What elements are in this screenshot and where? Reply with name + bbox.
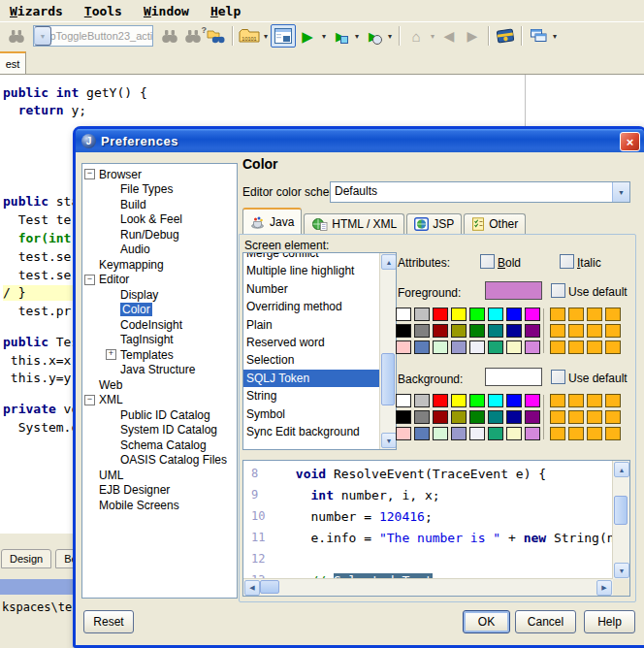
palette-swatch[interactable] <box>451 324 467 338</box>
list-scrollbar[interactable]: ▲ ▼ <box>379 253 396 449</box>
palette-swatch[interactable] <box>506 340 522 354</box>
preview-hscrollbar[interactable]: ◀ ▶ <box>243 578 613 596</box>
palette-swatch[interactable] <box>469 427 485 440</box>
custom-color-swatch[interactable] <box>568 324 584 338</box>
menu-item-wizards[interactable]: Wizards <box>10 4 63 18</box>
palette-swatch[interactable] <box>469 308 485 321</box>
debug-icon[interactable]: ▶ <box>329 25 352 47</box>
palette-swatch[interactable] <box>414 410 430 424</box>
foreground-swatch[interactable] <box>485 281 542 300</box>
home-icon[interactable]: ⌂ <box>404 25 428 47</box>
list-item-sqlj-token[interactable]: SQLJ Token <box>243 370 379 387</box>
window-list-icon[interactable] <box>527 25 550 47</box>
tree-item-color[interactable]: Color <box>82 303 237 318</box>
italic-checkbox[interactable] <box>560 254 574 269</box>
dropdown-caret-icon[interactable]: ▾ <box>385 32 395 41</box>
custom-color-swatch[interactable] <box>605 340 621 354</box>
minus-toggle-icon[interactable]: − <box>84 169 95 179</box>
custom-color-swatch[interactable] <box>587 324 602 338</box>
palette-swatch[interactable] <box>469 394 485 407</box>
tree-item-uml[interactable]: UML <box>82 468 237 483</box>
tab-java[interactable]: Java <box>242 208 302 234</box>
tree-item-browser[interactable]: −Browser <box>82 167 237 182</box>
custom-color-swatch[interactable] <box>587 340 602 354</box>
back-icon[interactable]: ◀ <box>437 25 461 47</box>
scroll-thumb[interactable] <box>614 496 628 525</box>
chevron-down-icon[interactable]: ▼ <box>34 26 51 46</box>
custom-color-swatch[interactable] <box>568 340 584 354</box>
search-again-icon[interactable] <box>158 25 181 47</box>
tree-item-oasis-catalog-files[interactable]: OASIS Catalog Files <box>82 453 237 469</box>
tree-item-build[interactable]: Build <box>82 197 237 212</box>
palette-swatch[interactable] <box>469 324 485 338</box>
palette-swatch[interactable] <box>488 394 503 407</box>
palette-swatch[interactable] <box>396 308 411 321</box>
scheme-select[interactable]: Defaults ▼ <box>330 181 630 203</box>
custom-color-swatch[interactable] <box>568 394 584 407</box>
list-item-selection[interactable]: Selection <box>243 351 379 369</box>
scroll-down-icon[interactable]: ▼ <box>381 433 397 448</box>
tree-item-audio[interactable]: Audio <box>82 243 237 258</box>
palette-swatch[interactable] <box>506 427 522 440</box>
tree-item-system-id-catalog[interactable]: System ID Catalog <box>82 423 237 438</box>
tree-item-java-structure[interactable]: Java Structure <box>82 363 237 378</box>
scroll-thumb[interactable] <box>381 353 395 405</box>
custom-color-swatch[interactable] <box>550 427 565 440</box>
background-use-default-checkbox[interactable] <box>551 370 565 384</box>
palette-swatch[interactable] <box>451 427 467 440</box>
bold-checkbox[interactable] <box>480 254 495 269</box>
custom-color-swatch[interactable] <box>605 394 621 407</box>
palette-swatch[interactable] <box>414 324 430 338</box>
list-item-plain[interactable]: Plain <box>243 316 379 334</box>
preview-vscrollbar[interactable]: ▲ ▼ <box>612 461 629 579</box>
tab-html-xml[interactable]: HTML / XML <box>304 213 404 234</box>
scroll-down-icon[interactable]: ▼ <box>614 563 629 578</box>
plus-toggle-icon[interactable]: + <box>106 349 116 360</box>
palette-swatch[interactable] <box>469 340 485 354</box>
palette-swatch[interactable] <box>506 308 522 321</box>
palette-swatch[interactable] <box>396 410 411 424</box>
tree-item-display[interactable]: Display <box>82 287 237 303</box>
custom-color-swatch[interactable] <box>550 394 565 407</box>
palette-swatch[interactable] <box>469 410 485 424</box>
tree-item-run-debug[interactable]: Run/Debug <box>82 227 237 243</box>
palette-swatch[interactable] <box>433 410 448 424</box>
editor-tab[interactable]: est <box>0 51 26 74</box>
list-item-reserved-word[interactable]: Reserved word <box>243 334 379 351</box>
list-item-overriding-method[interactable]: Overriding method <box>243 298 379 315</box>
custom-color-swatch[interactable] <box>605 410 621 424</box>
search-combo[interactable]: PopToggleButton23_action▼ <box>33 25 153 47</box>
palette-swatch[interactable] <box>433 324 448 338</box>
palette-swatch[interactable] <box>451 394 467 407</box>
tree-item-codeinsight[interactable]: CodeInsight <box>82 317 237 333</box>
dropdown-caret-icon[interactable]: ▾ <box>319 32 329 41</box>
palette-swatch[interactable] <box>433 340 448 354</box>
custom-color-swatch[interactable] <box>550 324 565 338</box>
profile-icon[interactable]: ▶ <box>362 25 385 47</box>
data-folder-icon[interactable]: 10101 <box>238 25 261 47</box>
palette-swatch[interactable] <box>451 340 467 354</box>
tree-item-xml[interactable]: −XML <box>82 393 237 408</box>
palette-swatch[interactable] <box>414 308 430 321</box>
tree-item-web[interactable]: Web <box>82 377 237 393</box>
custom-color-swatch[interactable] <box>605 308 621 321</box>
minus-toggle-icon[interactable]: − <box>84 275 95 285</box>
dropdown-caret-icon[interactable]: ▾ <box>352 32 362 41</box>
tab-jsp[interactable]: JSP <box>406 213 462 234</box>
list-item-string[interactable]: String <box>243 387 379 405</box>
list-item-number[interactable]: Number <box>243 280 379 298</box>
list-item-multiple-line-highlight[interactable]: Multiple line highlight <box>243 262 379 279</box>
ok-button[interactable]: OK <box>463 610 510 633</box>
view-tab-design[interactable]: Design <box>1 549 51 568</box>
palette-swatch[interactable] <box>433 394 448 407</box>
custom-color-swatch[interactable] <box>568 427 584 440</box>
list-item-symbol[interactable]: Symbol <box>243 405 379 423</box>
dialog-titlebar[interactable]: J Preferences × <box>76 129 644 152</box>
palette-swatch[interactable] <box>525 394 540 407</box>
tree-item-look-feel[interactable]: Look & Feel <box>82 212 237 228</box>
custom-color-swatch[interactable] <box>550 410 565 424</box>
palette-swatch[interactable] <box>525 308 540 321</box>
palette-swatch[interactable] <box>433 427 448 440</box>
dropdown-caret-icon[interactable]: ▾ <box>261 32 271 41</box>
tree-item-ejb-designer[interactable]: EJB Designer <box>82 483 237 499</box>
